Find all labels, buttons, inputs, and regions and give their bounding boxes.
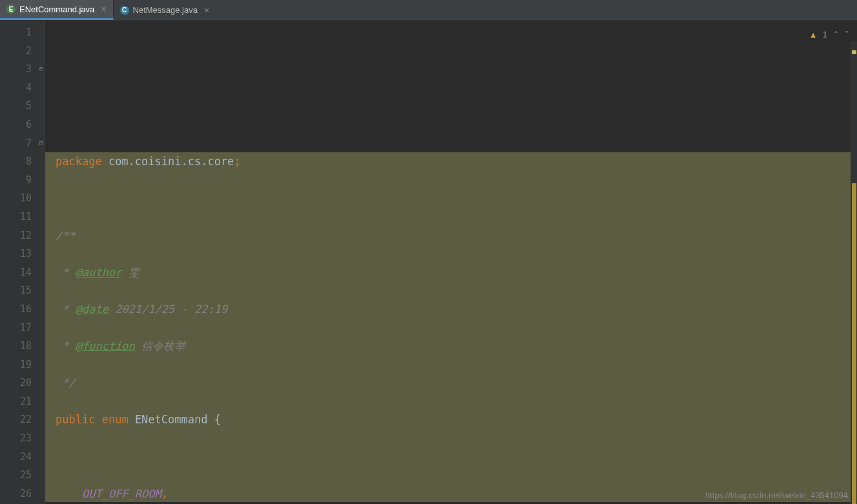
close-icon[interactable]: × [101, 4, 106, 14]
fold-icon[interactable]: ⊖ [39, 60, 43, 79]
class-file-icon: C [120, 6, 129, 15]
line-number: 11 [0, 208, 32, 227]
inspection-indicator: ▲ 1 ˄ ˅ [811, 26, 849, 45]
warning-count: 1 [822, 26, 827, 45]
line-number: 8 [0, 152, 32, 171]
fold-icon[interactable]: ⊟ [39, 134, 43, 153]
line-number: 20 [0, 374, 32, 392]
line-number: 18 [0, 337, 32, 356]
line-number: 19 [0, 356, 32, 374]
tab-bar: E ENetCommand.java × C NetMessage.java × [0, 0, 857, 21]
line-number: 12 [0, 227, 32, 245]
tab-label: NetMessage.java [133, 5, 198, 15]
warning-icon[interactable]: ▲ [811, 26, 816, 45]
code-area[interactable]: ▲ 1 ˄ ˅ package com.coisini.cs.core; /**… [45, 21, 857, 504]
line-number: 10 [0, 189, 32, 208]
line-number: 2 [0, 42, 32, 61]
enum-file-icon: E [6, 5, 15, 14]
line-number: 25 [0, 466, 32, 485]
watermark-text: https://blog.csdn.net/weixin_43541094 [705, 490, 848, 500]
line-number: 16 [0, 300, 32, 319]
line-number: 13 [0, 245, 32, 263]
line-number-gutter: 1 2 3⊖ 4 5 6 7⊟ 8 9 10 11 12 13 14 15 16… [0, 21, 45, 504]
line-number: 26 [0, 485, 32, 503]
tab-label: ENetCommand.java [19, 5, 94, 14]
line-number: 17 [0, 319, 32, 338]
code-content: package com.coisini.cs.core; /** * @auth… [56, 134, 857, 504]
editor: 1 2 3⊖ 4 5 6 7⊟ 8 9 10 11 12 13 14 15 16… [0, 21, 857, 504]
line-number: 1 [0, 23, 32, 42]
line-number: 24 [0, 448, 32, 467]
line-number: 21 [0, 392, 32, 411]
line-number: 4 [0, 79, 32, 97]
line-number: 9 [0, 171, 32, 190]
line-number: 22 [0, 410, 32, 429]
tab-enetcommand[interactable]: E ENetCommand.java × [0, 0, 114, 20]
stripe-warning-marker[interactable] [852, 50, 856, 54]
close-icon[interactable]: × [204, 5, 209, 15]
line-number: 5 [0, 97, 32, 116]
line-number: 6 [0, 116, 32, 134]
line-number: 15 [0, 281, 32, 300]
line-number: 23 [0, 429, 32, 448]
line-number: 3⊖ [0, 60, 32, 79]
line-number: 14 [0, 263, 32, 282]
chevron-up-icon[interactable]: ˄ [834, 26, 838, 45]
chevron-down-icon[interactable]: ˅ [845, 26, 849, 45]
line-number: 7⊟ [0, 134, 32, 153]
tab-netmessage[interactable]: C NetMessage.java × [114, 0, 217, 20]
